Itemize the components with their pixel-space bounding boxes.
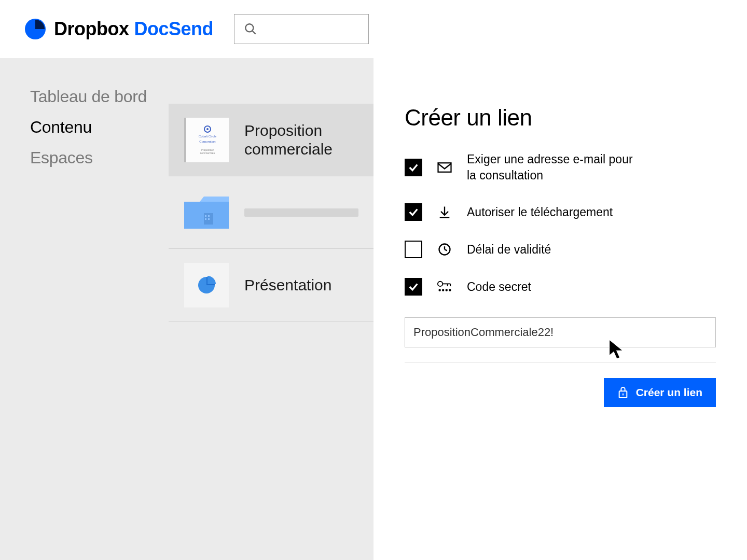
search-box[interactable] (234, 14, 369, 44)
svg-rect-9 (438, 163, 451, 172)
dropbox-logo-icon (25, 19, 46, 39)
option-label: Code secret (467, 279, 531, 295)
sidebar: Tableau de bord Contenu Espaces (0, 58, 169, 560)
content-area: Cobalt Circle Corporation Propositioncom… (169, 58, 747, 560)
sidebar-item-content[interactable]: Contenu (30, 118, 169, 137)
svg-rect-4 (205, 215, 206, 217)
checkbox-validity[interactable] (405, 241, 422, 258)
download-icon (437, 204, 452, 220)
svg-point-19 (439, 289, 440, 291)
search-input[interactable] (257, 23, 359, 35)
svg-point-15 (438, 282, 442, 286)
product-name: DocSend (134, 18, 214, 40)
presentation-thumbnail (184, 263, 229, 307)
header: Dropbox DocSend (0, 0, 747, 58)
logo-text: Dropbox DocSend (54, 18, 213, 40)
divider (405, 362, 716, 362)
thumb-company-line1: Cobalt Circle (199, 135, 216, 138)
option-require-email: Exiger une adresse e-mail pour la consul… (405, 151, 716, 184)
checkbox-secret-code[interactable] (405, 278, 422, 296)
svg-point-22 (449, 289, 451, 291)
svg-rect-7 (208, 218, 210, 220)
search-icon (244, 22, 257, 36)
button-row: Créer un lien (405, 378, 716, 407)
checkbox-require-email[interactable] (405, 159, 422, 176)
option-label: Exiger une adresse e-mail pour la consul… (467, 151, 643, 184)
create-link-button[interactable]: Créer un lien (604, 378, 716, 407)
row-title-placeholder (244, 208, 358, 217)
svg-rect-6 (205, 218, 206, 220)
body: Tableau de bord Contenu Espaces Cobalt C… (0, 58, 747, 560)
key-icon (437, 279, 452, 295)
brand-name: Dropbox (54, 18, 129, 40)
option-allow-download: Autoriser le téléchargement (405, 203, 716, 221)
sidebar-item-spaces[interactable]: Espaces (30, 148, 169, 167)
svg-line-14 (445, 249, 447, 250)
svg-point-1 (245, 24, 253, 32)
sidebar-item-dashboard[interactable]: Tableau de bord (30, 87, 169, 106)
clock-icon (437, 242, 452, 257)
svg-line-2 (252, 31, 256, 34)
document-thumbnail: Cobalt Circle Corporation Propositioncom… (184, 118, 229, 162)
svg-point-20 (442, 289, 444, 291)
option-label: Délai de validité (467, 242, 551, 258)
create-link-panel: Créer un lien Exiger une adresse e-mail … (374, 58, 747, 560)
row-title: Proposition commerciale (244, 121, 379, 159)
row-title: Présentation (244, 276, 331, 295)
mail-icon (437, 160, 452, 175)
create-link-button-label: Créer un lien (636, 386, 702, 399)
option-secret-code: Code secret (405, 278, 716, 296)
checkbox-allow-download[interactable] (405, 203, 422, 221)
pie-chart-icon (196, 275, 217, 296)
svg-point-21 (446, 289, 447, 291)
folder-icon (184, 194, 229, 231)
panel-title: Créer un lien (405, 105, 716, 131)
option-validity: Délai de validité (405, 241, 716, 258)
secret-code-input[interactable] (405, 317, 716, 347)
svg-rect-5 (208, 215, 210, 217)
option-label: Autoriser le téléchargement (467, 204, 613, 220)
logo[interactable]: Dropbox DocSend (25, 18, 213, 40)
thumb-company-line2: Corporation (199, 140, 215, 143)
lock-icon (617, 386, 629, 399)
